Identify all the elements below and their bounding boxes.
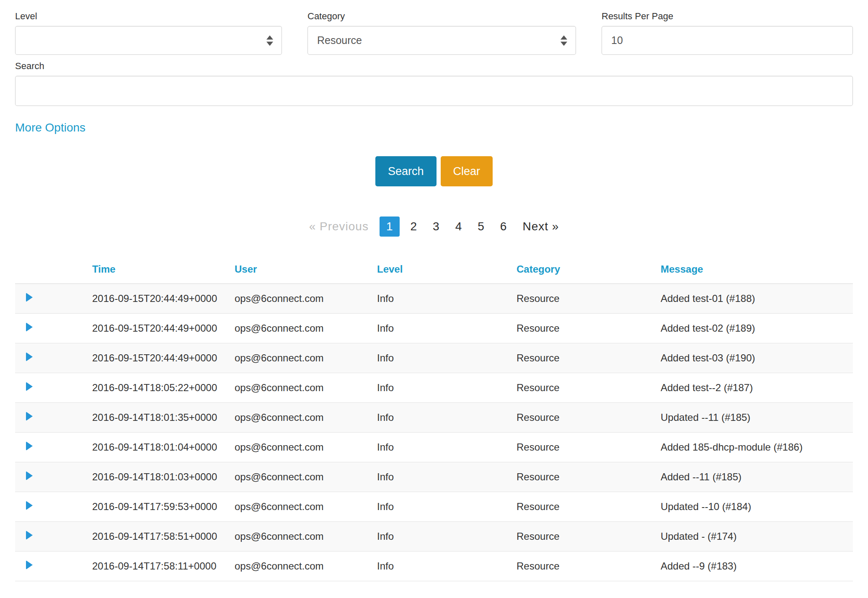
cell-user: ops@6connect.com: [235, 343, 377, 373]
page-link-3[interactable]: 3: [428, 217, 444, 237]
select-spinner-icon: [561, 35, 567, 46]
cell-message: Added 185-dhcp-module (#186): [661, 433, 853, 462]
log-table: Time User Level Category Message 2016-09…: [15, 256, 853, 581]
category-filter-group: Category Resource: [307, 11, 576, 55]
cell-level: Info: [377, 433, 517, 462]
cell-time: 2016-09-15T20:44:49+0000: [92, 284, 235, 314]
table-row: 2016-09-14T17:59:53+0000 ops@6connect.co…: [15, 492, 853, 522]
cell-user: ops@6connect.com: [235, 462, 377, 492]
expand-row-icon[interactable]: [26, 560, 33, 570]
table-row: 2016-09-15T20:44:49+0000 ops@6connect.co…: [15, 343, 853, 373]
cell-time: 2016-09-14T18:05:22+0000: [92, 373, 235, 403]
level-select[interactable]: [15, 26, 282, 55]
cell-user: ops@6connect.com: [235, 552, 377, 581]
cell-user: ops@6connect.com: [235, 373, 377, 403]
header-time[interactable]: Time: [92, 256, 235, 284]
cell-user: ops@6connect.com: [235, 522, 377, 552]
search-input[interactable]: [15, 76, 853, 106]
header-category[interactable]: Category: [517, 256, 661, 284]
cell-category: Resource: [517, 373, 661, 403]
expand-row-icon[interactable]: [26, 293, 33, 302]
cell-user: ops@6connect.com: [235, 492, 377, 522]
cell-time: 2016-09-14T17:58:11+0000: [92, 552, 235, 581]
cell-category: Resource: [517, 403, 661, 433]
action-buttons: Search Clear: [15, 156, 853, 186]
cell-time: 2016-09-14T18:01:35+0000: [92, 403, 235, 433]
cell-message: Updated --10 (#184): [661, 492, 853, 522]
cell-message: Added test--2 (#187): [661, 373, 853, 403]
cell-level: Info: [377, 552, 517, 581]
results-per-page-label: Results Per Page: [602, 11, 853, 22]
results-per-page-group: Results Per Page: [602, 11, 853, 55]
page-link-1[interactable]: 1: [380, 217, 400, 237]
cell-level: Info: [377, 343, 517, 373]
level-filter-group: Level: [15, 11, 282, 55]
cell-message: Updated - (#174): [661, 522, 853, 552]
category-select[interactable]: Resource: [307, 26, 576, 55]
expand-row-icon[interactable]: [26, 322, 33, 332]
previous-page-link[interactable]: « Previous: [304, 217, 374, 237]
cell-message: Added test-01 (#188): [661, 284, 853, 314]
page-link-5[interactable]: 5: [473, 217, 489, 237]
cell-user: ops@6connect.com: [235, 403, 377, 433]
cell-category: Resource: [517, 284, 661, 314]
cell-category: Resource: [517, 492, 661, 522]
expand-row-icon[interactable]: [26, 501, 33, 510]
select-spinner-icon: [266, 35, 273, 46]
cell-time: 2016-09-14T17:59:53+0000: [92, 492, 235, 522]
category-select-value: Resource: [317, 34, 362, 46]
expand-row-icon[interactable]: [26, 352, 33, 361]
cell-message: Added --9 (#183): [661, 552, 853, 581]
cell-user: ops@6connect.com: [235, 433, 377, 462]
filter-row: Level Category Resource Results Per Page: [15, 11, 853, 55]
next-page-link[interactable]: Next »: [517, 217, 564, 237]
cell-category: Resource: [517, 552, 661, 581]
log-search-page: Level Category Resource Results Per Page: [0, 0, 868, 598]
cell-level: Info: [377, 284, 517, 314]
more-options-link[interactable]: More Options: [15, 121, 85, 134]
search-group: Search: [15, 61, 853, 106]
search-button[interactable]: Search: [375, 156, 437, 186]
results-per-page-input[interactable]: [602, 26, 853, 55]
cell-level: Info: [377, 373, 517, 403]
table-row: 2016-09-14T18:01:03+0000 ops@6connect.co…: [15, 462, 853, 492]
expand-row-icon[interactable]: [26, 412, 33, 421]
category-label: Category: [307, 11, 576, 22]
cell-category: Resource: [517, 314, 661, 343]
clear-button[interactable]: Clear: [441, 156, 493, 186]
table-row: 2016-09-14T18:01:35+0000 ops@6connect.co…: [15, 403, 853, 433]
cell-time: 2016-09-14T18:01:03+0000: [92, 462, 235, 492]
header-user[interactable]: User: [235, 256, 377, 284]
cell-level: Info: [377, 314, 517, 343]
cell-user: ops@6connect.com: [235, 314, 377, 343]
cell-time: 2016-09-14T17:58:51+0000: [92, 522, 235, 552]
expand-row-icon[interactable]: [26, 531, 33, 540]
expand-row-icon[interactable]: [26, 382, 33, 391]
header-level[interactable]: Level: [377, 256, 517, 284]
table-row: 2016-09-14T17:58:51+0000 ops@6connect.co…: [15, 522, 853, 552]
table-row: 2016-09-15T20:44:49+0000 ops@6connect.co…: [15, 314, 853, 343]
header-expand-column: [15, 256, 92, 284]
header-message[interactable]: Message: [661, 256, 853, 284]
table-row: 2016-09-15T20:44:49+0000 ops@6connect.co…: [15, 284, 853, 314]
cell-message: Updated --11 (#185): [661, 403, 853, 433]
cell-category: Resource: [517, 433, 661, 462]
cell-time: 2016-09-15T20:44:49+0000: [92, 314, 235, 343]
expand-row-icon[interactable]: [26, 441, 33, 451]
pagination-top: « Previous 1 2 3 4 5 6 Next »: [15, 217, 853, 237]
cell-time: 2016-09-15T20:44:49+0000: [92, 343, 235, 373]
search-label: Search: [15, 61, 853, 72]
page-link-2[interactable]: 2: [406, 217, 422, 237]
cell-time: 2016-09-14T18:01:04+0000: [92, 433, 235, 462]
cell-category: Resource: [517, 522, 661, 552]
page-link-4[interactable]: 4: [450, 217, 467, 237]
page-link-6[interactable]: 6: [495, 217, 512, 237]
expand-row-icon[interactable]: [26, 471, 33, 480]
cell-level: Info: [377, 462, 517, 492]
cell-message: Added --11 (#185): [661, 462, 853, 492]
cell-category: Resource: [517, 462, 661, 492]
table-header-row: Time User Level Category Message: [15, 256, 853, 284]
table-row: 2016-09-14T17:58:11+0000 ops@6connect.co…: [15, 552, 853, 581]
cell-message: Added test-02 (#189): [661, 314, 853, 343]
cell-level: Info: [377, 403, 517, 433]
